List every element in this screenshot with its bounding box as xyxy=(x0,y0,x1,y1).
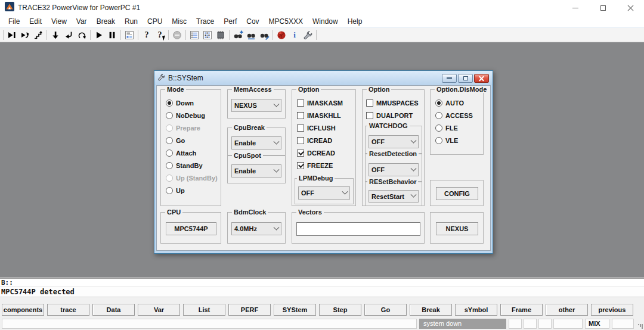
dialog-minimize-button[interactable] xyxy=(442,74,457,83)
softkey-frame[interactable]: Frame xyxy=(500,304,543,316)
chevron-down-icon xyxy=(411,137,417,143)
checkbox-imaskasm[interactable]: IMASKASM xyxy=(297,97,343,109)
dialog-close-button[interactable] xyxy=(474,74,489,83)
softkey-break[interactable]: Break xyxy=(410,304,452,316)
radio-label: NoDebug xyxy=(176,112,205,119)
minimize-button[interactable] xyxy=(562,0,589,15)
softkey-system[interactable]: SYStem xyxy=(274,304,316,316)
softkey-go[interactable]: Go xyxy=(364,304,407,316)
group-label: Option xyxy=(296,86,321,93)
cpubreak-select[interactable]: Enable xyxy=(231,136,281,150)
vectors-input[interactable] xyxy=(296,222,420,236)
menu-edit[interactable]: Edit xyxy=(24,16,47,27)
softkey-previous[interactable]: previous xyxy=(591,304,633,316)
radio-down[interactable]: Down xyxy=(166,97,194,109)
cpu-button[interactable]: MPC5744P xyxy=(166,222,216,235)
checkbox-dualport[interactable]: DUALPORT xyxy=(366,110,413,122)
help-icon[interactable]: ? xyxy=(140,29,153,41)
bdmclock-select[interactable]: 4.0MHz xyxy=(231,222,281,235)
menu-file[interactable]: File xyxy=(4,16,24,27)
dialog-restore-button[interactable] xyxy=(458,74,473,83)
maximize-icon xyxy=(600,5,606,11)
group-memaccess: MemAccess NEXUS xyxy=(227,89,286,119)
go-icon[interactable] xyxy=(92,29,106,41)
watchdog-select[interactable]: OFF xyxy=(369,135,419,148)
menu-cov[interactable]: Cov xyxy=(242,16,264,27)
softkey-trace[interactable]: trace xyxy=(47,304,89,316)
radio-fle[interactable]: FLE xyxy=(435,122,458,134)
break-icon[interactable] xyxy=(106,29,119,41)
softkey-data[interactable]: Data xyxy=(92,304,135,316)
radio-prepare: Prepare xyxy=(166,122,200,134)
go-till-icon[interactable] xyxy=(49,29,62,41)
menu-perf[interactable]: Perf xyxy=(219,16,242,27)
info-icon[interactable]: i xyxy=(288,29,301,41)
list-window-icon[interactable] xyxy=(188,29,201,41)
system-dialog-titlebar[interactable]: B::SYStem xyxy=(154,71,493,85)
command-prompt: B:: xyxy=(1,279,13,287)
menu-view[interactable]: View xyxy=(47,16,72,27)
watch-edit-icon[interactable] xyxy=(258,29,271,41)
watch-add-icon[interactable] xyxy=(231,29,244,41)
radio-icon xyxy=(166,150,173,157)
checkbox-mmuspaces[interactable]: MMUSPACES xyxy=(366,97,419,109)
command-line-input[interactable]: B:: xyxy=(0,278,644,287)
softkey-var[interactable]: Var xyxy=(138,304,180,316)
lpmdebug-select[interactable]: OFF xyxy=(298,186,350,200)
step-out-icon[interactable] xyxy=(32,29,45,41)
radio-standby[interactable]: StandBy xyxy=(166,160,203,172)
checkbox-dcread[interactable]: DCREAD xyxy=(297,147,335,159)
menu-trace[interactable]: Trace xyxy=(191,16,219,27)
emergency-break-icon[interactable] xyxy=(275,29,288,41)
step-into-icon[interactable] xyxy=(5,29,18,41)
softkey-list[interactable]: List xyxy=(183,304,225,316)
softkey-perf[interactable]: PERF xyxy=(228,304,271,316)
menu-cpu[interactable]: CPU xyxy=(143,16,167,27)
softkey-components[interactable]: components xyxy=(2,304,44,316)
menu-help[interactable]: Help xyxy=(343,16,367,27)
menu-window[interactable]: Window xyxy=(308,16,343,27)
dump-window-icon[interactable] xyxy=(201,29,214,41)
app-icon[interactable] xyxy=(5,2,14,14)
radio-auto[interactable]: AUTO xyxy=(435,97,464,109)
menu-mpc5xxx[interactable]: MPC5XXX xyxy=(264,16,308,27)
resetbehavior-select[interactable]: ResetStart xyxy=(369,190,419,203)
softkey-symbol[interactable]: sYmbol xyxy=(455,304,497,316)
cpuspot-select[interactable]: Enable xyxy=(231,164,281,178)
register-window-icon[interactable] xyxy=(214,29,227,41)
checkbox-icread[interactable]: ICREAD xyxy=(297,135,332,147)
menu-misc[interactable]: Misc xyxy=(167,16,191,27)
status-mode-cell[interactable]: MIX xyxy=(585,319,609,329)
checkbox-icon xyxy=(297,162,304,169)
radio-go[interactable]: Go xyxy=(166,135,185,147)
resize-grip[interactable] xyxy=(638,324,643,329)
softkey-bar: components trace Data Var List PERF SYSt… xyxy=(0,303,644,317)
memaccess-select[interactable]: NEXUS xyxy=(231,99,281,112)
context-help-icon[interactable]: ? xyxy=(153,29,166,41)
radio-attach[interactable]: Attach xyxy=(166,147,196,159)
radio-vle[interactable]: VLE xyxy=(435,135,458,147)
step-over-icon[interactable] xyxy=(18,29,32,41)
tools-icon[interactable] xyxy=(301,29,314,41)
config-button[interactable]: CONFIG xyxy=(436,187,478,200)
go-up-icon[interactable] xyxy=(75,29,88,41)
checkbox-icflush[interactable]: ICFLUSH xyxy=(297,122,336,134)
softkey-step[interactable]: Step xyxy=(319,304,361,316)
radio-nodebug[interactable]: NoDebug xyxy=(166,110,205,122)
menu-var[interactable]: Var xyxy=(72,16,92,27)
menu-break[interactable]: Break xyxy=(92,16,120,27)
watch-view-icon[interactable] xyxy=(244,29,258,41)
softkey-other[interactable]: other xyxy=(546,304,588,316)
radio-up[interactable]: Up xyxy=(166,185,185,197)
radio-access[interactable]: ACCESS xyxy=(435,110,473,122)
checkbox-imaskhll[interactable]: IMASKHLL xyxy=(297,110,341,122)
maximize-button[interactable] xyxy=(589,0,617,15)
close-button[interactable] xyxy=(617,0,644,15)
menu-run[interactable]: Run xyxy=(120,16,143,27)
checkbox-freeze[interactable]: FREEZE xyxy=(297,160,333,172)
context-help-glyph: ? xyxy=(158,30,162,40)
nexus-button[interactable]: NEXUS xyxy=(436,222,478,235)
macro-list-icon[interactable] xyxy=(123,29,136,41)
resetdetection-select[interactable]: OFF xyxy=(369,163,419,176)
go-return-icon[interactable] xyxy=(62,29,75,41)
